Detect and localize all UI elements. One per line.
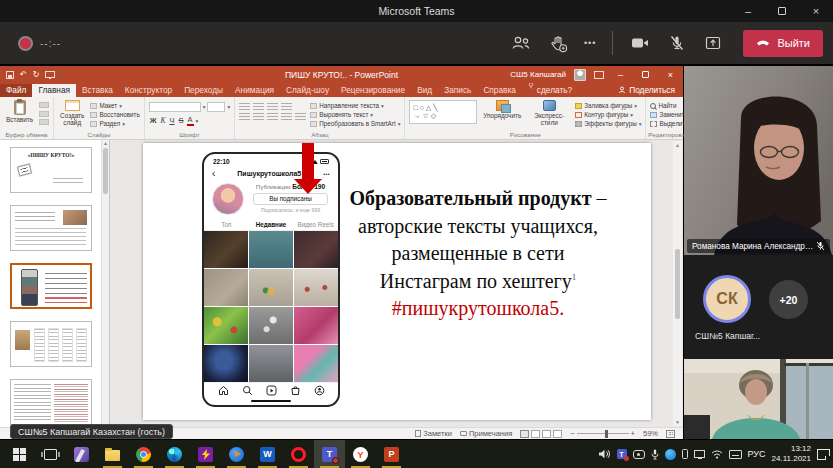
slide-thumbnail-4[interactable] (10, 321, 92, 367)
indent-increase-icon[interactable] (281, 103, 292, 110)
tab-insert[interactable]: Вставка (76, 84, 119, 97)
taskbar-teams-active[interactable]: T (314, 440, 345, 468)
save-icon[interactable] (6, 71, 14, 79)
redo-icon[interactable]: ↻ (33, 70, 40, 79)
bullets-icon[interactable] (239, 103, 250, 110)
canvas-scroll-up-icon[interactable]: ▲ (675, 142, 680, 148)
slide-sorter-view-button[interactable] (531, 430, 540, 438)
quick-styles-button[interactable]: Экспресс-стили (527, 100, 571, 126)
format-painter-icon[interactable] (39, 119, 49, 125)
fit-slide-button[interactable] (666, 430, 675, 438)
phone-tray-icon[interactable] (682, 449, 688, 459)
align-center-icon[interactable] (253, 113, 264, 120)
zoom-slider-thumb[interactable] (605, 430, 608, 438)
action-center-icon[interactable] (817, 449, 830, 460)
shape-effects-button[interactable]: Эффекты фигуры▾ (575, 120, 641, 127)
taskbar-media-player[interactable] (221, 440, 252, 468)
zoom-slider[interactable] (577, 433, 629, 434)
ppt-minimize-button[interactable]: – (612, 70, 629, 80)
tab-help[interactable]: Справка (477, 84, 522, 97)
justify-icon[interactable] (281, 113, 292, 120)
cut-icon[interactable] (39, 102, 49, 108)
numbering-icon[interactable] (253, 103, 264, 110)
tab-animations[interactable]: Анимация (229, 84, 280, 97)
microphone-tray-icon[interactable] (651, 449, 659, 460)
tab-transitions[interactable]: Переходы (178, 84, 229, 97)
zoom-out-button[interactable]: − (570, 429, 574, 438)
canvas-scroll-down-icon[interactable]: ▼ (675, 419, 680, 425)
slideshow-icon[interactable] (45, 71, 55, 78)
slide-thumbnail-5[interactable] (10, 379, 92, 425)
taskbar-chrome[interactable] (128, 440, 159, 468)
align-right-icon[interactable] (267, 113, 278, 120)
taskbar-kmplayer[interactable] (66, 440, 97, 468)
arrange-button[interactable]: Упорядочить (481, 100, 523, 119)
shape-outline-button[interactable]: Контур фигуры▾ (575, 111, 641, 118)
raise-hand-icon[interactable] (548, 33, 568, 53)
shape-fill-button[interactable]: Заливка фигуры▾ (575, 102, 641, 109)
account-avatar[interactable] (574, 69, 586, 81)
scrollbar-thumb[interactable] (103, 148, 108, 194)
taskbar-yandex[interactable]: Y (345, 440, 376, 468)
slide-thumbnail-1[interactable]: «ПИШУ КРУТО!» (10, 147, 92, 193)
share-button[interactable]: Поделиться (610, 85, 683, 97)
indent-decrease-icon[interactable] (267, 103, 278, 110)
tab-review[interactable]: Рецензирование (335, 84, 411, 97)
normal-view-button[interactable] (520, 430, 529, 438)
teams-tray-icon[interactable]: T (617, 449, 627, 459)
taskbar-word[interactable]: W (252, 440, 283, 468)
shapes-gallery[interactable]: □○△╲ →☆◇ (409, 100, 477, 124)
slideshow-view-button[interactable] (553, 430, 562, 438)
participant-video-2[interactable] (684, 359, 833, 439)
reading-view-button[interactable] (542, 430, 551, 438)
new-slide-button[interactable]: Создать слайд (58, 100, 86, 126)
participants-icon[interactable] (510, 33, 532, 53)
taskbar-edge[interactable] (159, 440, 190, 468)
minimize-button[interactable]: – (731, 0, 765, 22)
display-tray-icon[interactable] (694, 450, 705, 458)
overflow-participants-badge[interactable]: +20 (769, 280, 808, 319)
font-color-button[interactable]: А (187, 115, 194, 126)
italic-button[interactable]: К (160, 116, 167, 125)
volume-icon[interactable] (598, 449, 611, 459)
clock[interactable]: 13:12 24.11.2021 (772, 444, 811, 464)
tab-file[interactable]: Файл (0, 84, 32, 97)
taskbar-opera[interactable] (283, 440, 314, 468)
taskbar-file-explorer[interactable] (97, 440, 128, 468)
account-name[interactable]: СШ5 Капшагай (510, 70, 566, 79)
restore-button[interactable] (765, 0, 799, 22)
network-tray-icon[interactable] (711, 449, 723, 459)
slide-thumbnail-2[interactable] (10, 205, 92, 251)
font-size-box[interactable] (207, 102, 225, 112)
reset-button[interactable]: Восстановить (90, 111, 139, 118)
participant-2-avatar[interactable]: СК (703, 275, 751, 323)
canvas-scrollbar-thumb[interactable] (675, 249, 680, 319)
ppt-close-button[interactable]: × (662, 70, 679, 80)
zoom-in-button[interactable]: + (631, 429, 635, 438)
bold-button[interactable]: Ж (149, 116, 158, 125)
touch-keyboard-icon[interactable] (729, 450, 742, 459)
ribbon-display-icon[interactable] (594, 71, 604, 79)
taskbar-purple-app[interactable] (190, 440, 221, 468)
ppt-restore-button[interactable] (637, 70, 654, 80)
slide-thumbnail-3-selected[interactable] (10, 263, 92, 309)
tab-slideshow[interactable]: Слайд-шоу (280, 84, 335, 97)
undo-icon[interactable]: ↶ (20, 70, 27, 79)
copy-icon[interactable] (39, 111, 49, 117)
strikethrough-button[interactable]: S (177, 116, 184, 125)
notes-button[interactable]: Заметки (415, 429, 452, 438)
language-indicator[interactable]: РУС (748, 449, 766, 459)
microphone-muted-icon[interactable] (667, 33, 687, 53)
layout-button[interactable]: Макет▾ (90, 102, 139, 109)
taskbar-powerpoint[interactable]: P (376, 440, 407, 468)
canvas-scrollbar[interactable]: ▲ ▼ (673, 141, 682, 426)
section-button[interactable]: Раздел▾ (90, 120, 139, 127)
slide-textbox[interactable]: Образовательный продукт – авторские текс… (349, 185, 607, 323)
paste-button[interactable]: Вставить (4, 100, 35, 123)
share-screen-icon[interactable] (703, 33, 723, 53)
comments-button[interactable]: Примечания (460, 429, 512, 438)
text-direction-button[interactable]: Направление текста▾ (310, 102, 400, 109)
participant-video-1[interactable]: Романова Марина Александро... (684, 66, 833, 255)
tab-record[interactable]: Запись (438, 84, 477, 97)
align-left-icon[interactable] (239, 113, 250, 120)
